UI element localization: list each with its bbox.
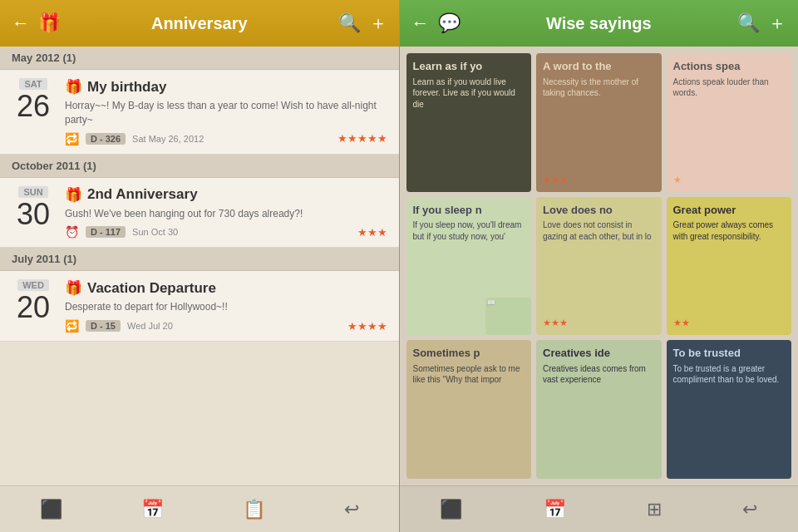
d-badge-anniversary: D - 117 [86,226,126,238]
saying-text-8: To be trusted is a greater compliment th… [673,363,786,469]
left-nav-upload[interactable]: ⬛ [27,495,76,524]
right-title: Wise sayings [469,14,730,33]
saying-text-7: Creatives ideas comes from vast experien… [543,363,655,469]
event-details-vacation: 🎁 Vacation Departure Desperate to depart… [65,279,387,332]
repeat-icon-vacation: 🔁 [65,319,79,332]
event-title-birthday: 🎁 My birthday [65,78,387,96]
chat-icon: 💬 [438,12,461,34]
section-header-may: May 2012 (1) [0,47,399,70]
stars-birthday: ★★★★★ [337,132,387,145]
right-header: ← 💬 Wise sayings 🔍 ＋ [400,0,799,47]
right-history-icon: ↩ [742,499,757,520]
left-nav-history[interactable]: ↩ [331,495,372,524]
event-details-anniversary: 🎁 2nd Anniversary Gush! We've been hangi… [65,186,387,239]
saying-card-1[interactable]: A word to the Necessity is the mother of… [536,53,662,192]
event-birthday[interactable]: SAT 26 🎁 My birthday Horray~~! My B-day … [0,70,399,155]
d-badge-birthday: D - 326 [86,133,126,145]
saying-title-0: Learn as if yo [413,60,525,73]
saying-stars-4: ★★★ [543,318,655,328]
right-add-button[interactable]: ＋ [768,11,786,36]
upload-icon: ⬛ [40,499,62,520]
saying-title-3: If you sleep n [413,204,525,217]
left-header: ← 🎁 Anniversary 🔍 ＋ [0,0,399,47]
saying-title-1: A word to the [543,60,655,73]
date-box-anniversary: SUN 30 [12,186,55,229]
event-details-birthday: 🎁 My birthday Horray~~! My B-day is less… [65,78,387,145]
saying-title-7: Creatives ide [543,347,655,360]
repeat-icon-birthday: 🔁 [65,132,79,145]
saying-text-2: Actions speak louder than words. [673,76,786,171]
saying-title-8: To be trusted [673,347,786,360]
gift-icon: 🎁 [38,12,61,34]
right-nav-upload[interactable]: ⬛ [426,495,475,524]
saying-title-5: Great power [673,204,786,217]
event-desc-anniversary: Gush! We've been hanging out for 730 day… [65,207,387,221]
saying-card-2[interactable]: Actions spea Actions speak louder than w… [667,53,792,192]
saying-stars-2: ★ [673,175,786,185]
saying-title-2: Actions spea [673,60,786,73]
saying-card-3[interactable]: If you sleep n If you sleep now, you'll … [406,197,532,336]
right-back-button[interactable]: ← [411,12,430,34]
event-vacation[interactable]: WED 20 🎁 Vacation Departure Desperate to… [0,271,399,342]
event-date-birthday: Sat May 26, 2012 [132,134,204,144]
saying-card-8[interactable]: To be trusted To be trusted is a greater… [667,340,792,479]
saying-card-7[interactable]: Creatives ide Creatives ideas comes from… [536,340,662,479]
event-title-anniversary: 🎁 2nd Anniversary [65,186,387,204]
right-nav-calendar[interactable]: 📅 [530,495,579,524]
stars-vacation: ★★★★ [347,320,387,332]
date-box-vacation: WED 20 [12,279,55,323]
event-title-vacation: 🎁 Vacation Departure [65,279,387,297]
saying-title-4: Love does no [543,204,655,217]
event-date-anniversary: Sun Oct 30 [132,227,178,237]
sayings-grid: Learn as if yo Learn as if you would liv… [400,47,799,485]
saying-stars-1: ★★★ [543,175,655,185]
saying-card-6[interactable]: Sometimes p Sometimes people ask to me l… [406,340,532,479]
left-nav-calendar[interactable]: 📅 [128,495,177,524]
event-meta-anniversary: ⏰ D - 117 Sun Oct 30 ★★★ [65,225,387,239]
anniversary-gift-icon: 🎁 [65,186,82,204]
saying-text-6: Sometimes people ask to me like this "Wh… [413,363,525,469]
section-header-jul: July 2011 (1) [0,248,399,271]
left-add-button[interactable]: ＋ [369,11,387,36]
saying-title-6: Sometimes p [413,347,525,360]
event-desc-birthday: Horray~~! My B-day is less than a year t… [65,99,387,127]
left-nav-list[interactable]: 📋 [229,495,278,524]
birthday-gift-icon: 🎁 [65,78,82,96]
saying-text-4: Love does not consist in gazing at each … [543,219,655,314]
events-list: May 2012 (1) SAT 26 🎁 My birthday Horray… [0,47,399,485]
saying-card-4[interactable]: Love does no Love does not consist in ga… [536,197,662,336]
right-upload-icon: ⬛ [440,499,462,520]
saying-text-0: Learn as if you would live forever. Live… [413,76,525,182]
right-bottom-nav: ⬛ 📅 ⊞ ↩ [400,485,799,532]
right-panel: ← 💬 Wise sayings 🔍 ＋ Learn as if yo Lear… [400,0,799,532]
event-meta-birthday: 🔁 D - 326 Sat May 26, 2012 ★★★★★ [65,132,387,145]
saying-card-0[interactable]: Learn as if yo Learn as if you would liv… [406,53,532,192]
d-badge-vacation: D - 15 [86,320,121,332]
list-icon: 📋 [243,499,265,520]
left-title: Anniversary [69,14,330,33]
event-desc-vacation: Desperate to depart for Hollywood~!! [65,300,387,314]
card-image-3: 📖 [485,298,531,335]
event-meta-vacation: 🔁 D - 15 Wed Jul 20 ★★★★ [65,319,387,332]
right-grid-icon: ⊞ [647,499,662,520]
right-nav-history[interactable]: ↩ [729,495,771,524]
stars-anniversary: ★★★ [357,226,387,239]
event-anniversary[interactable]: SUN 30 🎁 2nd Anniversary Gush! We've bee… [0,178,399,249]
calendar-icon: 📅 [141,499,164,520]
saying-card-5[interactable]: Great power Great power always comes wit… [667,197,792,336]
vacation-gift-icon: 🎁 [65,279,82,297]
right-search-button[interactable]: 🔍 [737,12,760,34]
right-calendar-icon: 📅 [544,499,566,520]
clock-icon-anniversary: ⏰ [65,225,79,239]
event-date-vacation: Wed Jul 20 [127,321,173,331]
left-search-button[interactable]: 🔍 [338,12,361,34]
saying-text-5: Great power always comes with great resp… [673,219,786,314]
left-bottom-nav: ⬛ 📅 📋 ↩ [0,485,399,532]
left-back-button[interactable]: ← [12,12,30,34]
history-icon: ↩ [344,499,359,520]
saying-text-1: Necessity is the mother of taking chance… [543,76,655,171]
left-panel: ← 🎁 Anniversary 🔍 ＋ May 2012 (1) SAT 26 … [0,0,399,532]
saying-stars-5: ★★ [673,318,786,328]
date-box-birthday: SAT 26 [12,78,55,121]
right-nav-grid[interactable]: ⊞ [633,495,675,524]
